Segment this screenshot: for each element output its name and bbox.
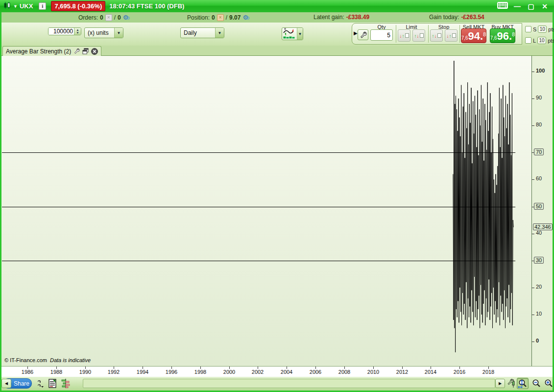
x-tick-label-2012: 2012 [396, 369, 408, 375]
timeframe-dropdown[interactable]: Daily ▼ [180, 27, 224, 38]
scrollbar-left-button[interactable]: ◀ [1, 379, 11, 388]
position-separator: / [226, 14, 227, 21]
current-value-label: 42.346 [533, 223, 553, 230]
share-label: Share [14, 380, 29, 387]
x-tick-label-2008: 2008 [338, 369, 350, 375]
close-indicator-icon[interactable] [91, 48, 98, 55]
time-and-instrument: 18:07:43 FTSE 100 (DFB) [109, 2, 184, 10]
x-tick-label-2018: 2018 [482, 369, 494, 375]
scrollbar-track[interactable] [83, 379, 495, 388]
indicator-series-line [453, 61, 513, 352]
virtual-keyboard-icon[interactable] [497, 2, 508, 10]
stop-sell-order-button[interactable]: ↓↑ [445, 29, 458, 42]
buy-market-button[interactable]: 7,696.8 [490, 28, 515, 43]
y-axis[interactable]: 100908070605040302010042.346 [531, 56, 553, 366]
quantity-spinner[interactable]: ▲▼ [74, 28, 81, 35]
sell-market-button[interactable]: 7,694.8 [461, 28, 486, 43]
limit-pts-input[interactable]: 10 [537, 37, 546, 44]
x-tick-label-1990: 1990 [79, 369, 91, 375]
indicator-settings-wrench-icon[interactable] [73, 48, 80, 54]
y-tick [532, 72, 534, 72]
y-tick-label-60: 60 [536, 175, 542, 181]
y-tick-label-80: 80 [536, 122, 542, 127]
scrollbar-right-button[interactable]: ▶ [495, 379, 505, 388]
orders-label: Orders: [78, 14, 98, 21]
x-axis[interactable]: 1986198819901992199419961998200020022004… [1, 366, 553, 377]
y-tick-label-40: 40 [536, 230, 542, 236]
position-label: Position: [187, 14, 210, 21]
divider [459, 25, 460, 43]
add-indicator-button[interactable]: ▼ [282, 27, 303, 40]
status-row: Orders: 0 × / 0 ⚙⚙ Position: 0 × / 9.07 … [1, 12, 553, 23]
x-tick-label-2016: 2016 [454, 369, 465, 375]
x-tick-label-1986: 1986 [22, 369, 33, 375]
link-charts-icon[interactable] [36, 379, 45, 390]
divider [428, 25, 429, 43]
y-tick-label-100: 100 [536, 68, 545, 74]
symbol-dropdown-caret-icon[interactable]: ▼ [13, 4, 18, 9]
indicator-dropdown-caret-icon[interactable]: ▼ [297, 28, 303, 40]
symbol-name[interactable]: UKX [20, 2, 33, 10]
indicator-chart-area[interactable]: 100908070605040302010042.346 © IT-Financ… [1, 56, 553, 366]
maximize-button[interactable]: ▢ [527, 2, 535, 10]
cancel-orders-icon[interactable]: × [105, 14, 112, 21]
stop-buy-order-button[interactable]: ↑↓ [430, 29, 443, 42]
latent-gain: Latent gain: -£338.49 [313, 14, 369, 21]
units-dropdown-caret-icon[interactable]: ▼ [114, 28, 123, 38]
x-tick-label-2004: 2004 [281, 369, 292, 375]
gain-today: Gain today: -£263.54 [429, 14, 484, 21]
gain-today-label: Gain today: [429, 14, 459, 21]
window-titlebar: ▼ UKX i 7,695.8 (-0.36%) 18:07:43 FTSE 1… [0, 0, 554, 12]
stop-distance-row: S 10 pts [525, 25, 554, 33]
limit-checkbox[interactable] [525, 37, 531, 44]
timeframe-dropdown-caret-icon[interactable]: ▼ [215, 28, 224, 38]
y-tick-label-20: 20 [536, 284, 542, 290]
y-tick-label-30: 30 [534, 257, 544, 264]
info-button[interactable]: i [39, 2, 46, 10]
panel-collapse-icon[interactable]: ▶ [354, 30, 358, 36]
stop-pts-input[interactable]: 10 [538, 25, 547, 33]
orders-separator: / [114, 14, 116, 21]
close-position-icon[interactable]: × [217, 14, 224, 21]
units-dropdown[interactable]: (x) units ▼ [84, 27, 123, 38]
candlestick-icon [3, 1, 11, 11]
chart-plot [1, 56, 531, 366]
position-count: 0 [212, 14, 215, 21]
minimize-button[interactable]: — [513, 2, 522, 10]
close-button[interactable]: ✕ [540, 2, 549, 10]
limit-distance-row: L 10 pts [525, 37, 554, 44]
x-tick-label-1992: 1992 [108, 369, 120, 375]
bottom-toolbar: Share ◀ ▶ [1, 377, 553, 391]
y-tick-label-10: 10 [536, 311, 542, 317]
zoom-in-button[interactable] [543, 378, 554, 389]
orders-settings-icon[interactable]: ⚙⚙ [123, 14, 128, 21]
y-tick [532, 125, 534, 126]
indicative-note: Data is indicative [50, 357, 91, 363]
chart-display-settings-icon[interactable] [505, 378, 517, 389]
chart-attribution: © IT-Finance.comData is indicative [4, 357, 91, 363]
order-qty-input[interactable] [370, 29, 393, 41]
volume-profile-icon[interactable] [61, 379, 70, 390]
zoom-fit-button[interactable] [517, 378, 529, 389]
x-tick-label-1994: 1994 [137, 369, 148, 375]
zoom-out-button[interactable] [530, 378, 542, 389]
orders-count: 0 [100, 14, 103, 21]
limit-pts-unit: pts [548, 38, 554, 44]
limit-buy-order-button[interactable]: ↓↑ [398, 29, 410, 42]
order-settings-wrench-button[interactable] [358, 29, 368, 40]
orders-status: Orders: 0 × / 0 ⚙⚙ [78, 14, 127, 21]
orders-working-count: 0 [118, 14, 121, 21]
limit-sell-order-button[interactable]: ↑↓ [412, 29, 425, 42]
indicator-chart-icon [282, 28, 297, 40]
y-tick-label-0: 0 [536, 338, 539, 343]
quantity-spinbox: ▲▼ [48, 27, 81, 35]
y-tick-label-70: 70 [534, 148, 544, 155]
duplicate-panel-icon[interactable] [82, 48, 89, 54]
indicator-tab[interactable]: Average Bar Strength (2) [2, 46, 101, 56]
quantity-input[interactable] [48, 28, 74, 35]
position-settings-icon[interactable]: ⚙⚙ [242, 14, 247, 21]
y-tick [532, 342, 534, 342]
x-tick-label-2002: 2002 [252, 369, 264, 375]
news-document-icon[interactable] [48, 379, 56, 390]
stop-checkbox[interactable] [525, 26, 531, 32]
